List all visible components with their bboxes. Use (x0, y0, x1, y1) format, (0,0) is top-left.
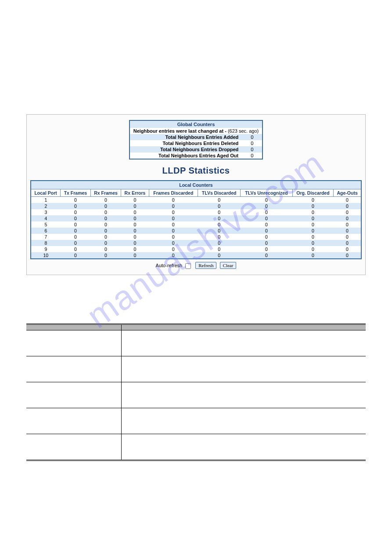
table-cell: 0 (334, 215, 361, 221)
local-col-header: Rx Errors (121, 189, 149, 197)
table-cell: 8 (31, 240, 61, 246)
table-cell: 0 (292, 246, 334, 252)
desc-cell-right (121, 382, 366, 408)
local-col-header: Local Port (31, 189, 61, 197)
table-row: 300000000 (31, 209, 361, 215)
table-cell: 3 (31, 209, 61, 215)
global-row-label: Total Neighbours Entries Dropped (129, 146, 242, 152)
local-counters-title: Local Counters (31, 181, 361, 189)
table-cell: 4 (31, 215, 61, 221)
table-cell: 0 (149, 209, 198, 215)
table-cell: 0 (149, 240, 198, 246)
table-cell: 0 (334, 234, 361, 240)
table-cell: 2 (31, 203, 61, 209)
table-cell: 0 (90, 252, 121, 259)
table-cell: 0 (61, 215, 90, 221)
table-cell: 0 (334, 221, 361, 228)
desc-header-left (26, 324, 121, 330)
table-row: 400000000 (31, 215, 361, 221)
table-cell: 0 (90, 234, 121, 240)
table-cell: 0 (61, 240, 90, 246)
table-row (26, 408, 366, 434)
table-cell: 0 (334, 197, 361, 203)
table-cell: 0 (292, 209, 334, 215)
table-cell: 0 (334, 246, 361, 252)
table-cell: 0 (90, 197, 121, 203)
global-row-value: 0 (242, 152, 263, 159)
table-row: 600000000 (31, 228, 361, 234)
refresh-button[interactable]: Refresh (195, 262, 216, 269)
auto-refresh-label: Auto-refresh (156, 263, 183, 268)
global-row-value: 0 (242, 140, 263, 146)
table-cell: 0 (292, 252, 334, 259)
table-cell: 0 (149, 252, 198, 259)
neighbour-changed-label: Neighbour entries were last changed at - (133, 128, 227, 134)
table-row: 100000000 (31, 197, 361, 203)
desc-cell-right (121, 408, 366, 434)
desc-cell-left (26, 382, 121, 408)
table-cell: 0 (90, 240, 121, 246)
local-col-header: Tx Frames (61, 189, 90, 197)
table-cell: 0 (241, 228, 292, 234)
table-cell: 0 (241, 240, 292, 246)
table-cell: 0 (90, 209, 121, 215)
table-cell: 0 (198, 197, 240, 203)
table-cell: 0 (241, 246, 292, 252)
table-cell: 0 (149, 197, 198, 203)
lldp-statistics-panel: Global Counters Neighbour entries were l… (26, 114, 366, 275)
global-row-label: Total Neighbours Entries Deleted (129, 140, 242, 146)
table-cell: 0 (90, 221, 121, 228)
table-row: 1000000000 (31, 252, 361, 259)
table-cell: 0 (90, 228, 121, 234)
table-cell: 10 (31, 252, 61, 259)
table-cell: 0 (198, 234, 240, 240)
table-cell: 0 (90, 215, 121, 221)
table-cell: 0 (121, 221, 149, 228)
table-row: 700000000 (31, 234, 361, 240)
table-cell: 0 (292, 240, 334, 246)
table-cell: 0 (149, 234, 198, 240)
table-cell: 0 (61, 203, 90, 209)
table-cell: 0 (121, 240, 149, 246)
desc-cell-right (121, 434, 366, 461)
table-cell: 0 (198, 228, 240, 234)
table-cell: 0 (198, 209, 240, 215)
table-cell: 0 (334, 209, 361, 215)
table-cell: 0 (121, 209, 149, 215)
table-cell: 5 (31, 221, 61, 228)
table-row (26, 330, 366, 356)
table-cell: 0 (121, 215, 149, 221)
table-cell: 0 (149, 228, 198, 234)
table-cell: 0 (241, 215, 292, 221)
description-table (26, 323, 366, 461)
global-row-value: 0 (242, 146, 263, 152)
table-cell: 0 (61, 234, 90, 240)
table-cell: 0 (292, 215, 334, 221)
table-cell: 0 (61, 228, 90, 234)
table-cell: 0 (121, 234, 149, 240)
neighbour-changed-suffix: (623 sec. ago) (227, 128, 259, 134)
table-cell: 0 (241, 197, 292, 203)
table-cell: 0 (334, 240, 361, 246)
table-cell: 0 (198, 252, 240, 259)
local-col-header: TLVs Unrecognized (241, 189, 292, 197)
auto-refresh-checkbox[interactable] (185, 263, 191, 269)
local-col-header: Org. Discarded (292, 189, 334, 197)
table-cell: 0 (198, 203, 240, 209)
local-col-header: TLVs Discarded (198, 189, 240, 197)
global-counters-title: Global Counters (129, 120, 263, 128)
table-cell: 0 (334, 252, 361, 259)
global-row-label: Total Neighbours Entries Aged Out (129, 152, 242, 159)
table-cell: 0 (198, 240, 240, 246)
local-col-header: Frames Discarded (149, 189, 198, 197)
global-counters-table: Global Counters Neighbour entries were l… (129, 120, 263, 160)
table-row: 800000000 (31, 240, 361, 246)
table-cell: 0 (61, 246, 90, 252)
desc-header-right (121, 324, 366, 330)
clear-button[interactable]: Clear (220, 262, 237, 269)
table-cell: 0 (292, 197, 334, 203)
table-cell: 0 (121, 228, 149, 234)
table-row: 900000000 (31, 246, 361, 252)
table-cell: 0 (121, 203, 149, 209)
table-cell: 1 (31, 197, 61, 203)
